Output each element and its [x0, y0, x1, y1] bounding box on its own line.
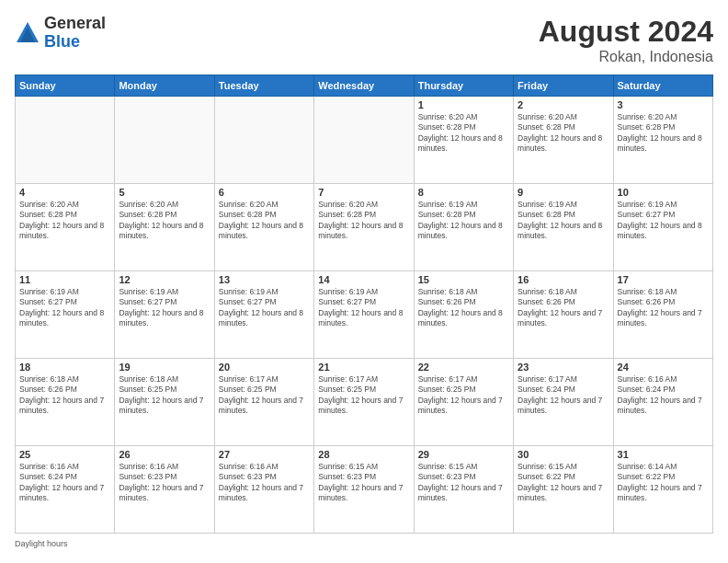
day-number: 5 — [119, 187, 210, 198]
day-number: 27 — [219, 449, 310, 460]
calendar-cell: 15Sunrise: 6:18 AMSunset: 6:26 PMDayligh… — [414, 271, 513, 359]
day-info: Sunrise: 6:19 AMSunset: 6:27 PMDaylight:… — [119, 287, 210, 329]
calendar-cell: 26Sunrise: 6:16 AMSunset: 6:23 PMDayligh… — [115, 446, 214, 534]
calendar-cell: 3Sunrise: 6:20 AMSunset: 6:28 PMDaylight… — [613, 97, 712, 184]
day-info: Sunrise: 6:20 AMSunset: 6:28 PMDaylight:… — [219, 200, 310, 242]
day-number: 23 — [518, 362, 609, 373]
calendar-cell: 24Sunrise: 6:16 AMSunset: 6:24 PMDayligh… — [613, 359, 712, 446]
calendar-cell: 12Sunrise: 6:19 AMSunset: 6:27 PMDayligh… — [115, 271, 214, 359]
week-row-2: 4Sunrise: 6:20 AMSunset: 6:28 PMDaylight… — [16, 184, 713, 271]
legend: Daylight hours — [15, 539, 713, 548]
logo-general-text: General — [44, 15, 106, 33]
day-number: 15 — [418, 274, 509, 285]
day-info: Sunrise: 6:18 AMSunset: 6:25 PMDaylight:… — [119, 374, 210, 417]
day-number: 7 — [318, 187, 409, 198]
day-info: Sunrise: 6:20 AMSunset: 6:28 PMDaylight:… — [119, 200, 210, 242]
weekday-header-tuesday: Tuesday — [214, 75, 313, 97]
day-info: Sunrise: 6:20 AMSunset: 6:28 PMDaylight:… — [618, 112, 709, 155]
day-info: Sunrise: 6:17 AMSunset: 6:25 PMDaylight:… — [318, 374, 409, 417]
day-info: Sunrise: 6:19 AMSunset: 6:27 PMDaylight:… — [318, 287, 409, 329]
calendar-cell: 21Sunrise: 6:17 AMSunset: 6:25 PMDayligh… — [314, 359, 414, 446]
calendar-cell: 6Sunrise: 6:20 AMSunset: 6:28 PMDaylight… — [214, 184, 313, 271]
day-info: Sunrise: 6:19 AMSunset: 6:28 PMDaylight:… — [418, 200, 509, 242]
week-row-3: 11Sunrise: 6:19 AMSunset: 6:27 PMDayligh… — [16, 271, 713, 359]
header: General Blue August 2024 Rokan, Indonesi… — [15, 15, 713, 65]
day-number: 24 — [618, 362, 709, 373]
day-number: 20 — [219, 362, 310, 373]
day-info: Sunrise: 6:16 AMSunset: 6:23 PMDaylight:… — [219, 462, 310, 504]
day-number: 19 — [119, 362, 210, 373]
day-info: Sunrise: 6:19 AMSunset: 6:27 PMDaylight:… — [19, 287, 110, 329]
calendar-cell: 20Sunrise: 6:17 AMSunset: 6:25 PMDayligh… — [214, 359, 313, 446]
day-number: 14 — [318, 274, 409, 285]
day-number: 29 — [418, 449, 509, 460]
calendar-cell: 13Sunrise: 6:19 AMSunset: 6:27 PMDayligh… — [214, 271, 313, 359]
day-info: Sunrise: 6:16 AMSunset: 6:24 PMDaylight:… — [618, 374, 709, 417]
calendar-cell: 28Sunrise: 6:15 AMSunset: 6:23 PMDayligh… — [314, 446, 414, 534]
day-number: 6 — [219, 187, 310, 198]
calendar-cell: 14Sunrise: 6:19 AMSunset: 6:27 PMDayligh… — [314, 271, 414, 359]
calendar-cell: 23Sunrise: 6:17 AMSunset: 6:24 PMDayligh… — [514, 359, 613, 446]
week-row-1: 1Sunrise: 6:20 AMSunset: 6:28 PMDaylight… — [16, 97, 713, 184]
day-number: 21 — [318, 362, 409, 373]
weekday-header-wednesday: Wednesday — [314, 75, 414, 97]
calendar-cell: 18Sunrise: 6:18 AMSunset: 6:26 PMDayligh… — [16, 359, 115, 446]
calendar-cell — [214, 97, 313, 184]
day-number: 12 — [119, 274, 210, 285]
day-info: Sunrise: 6:15 AMSunset: 6:22 PMDaylight:… — [518, 462, 609, 504]
calendar-cell: 30Sunrise: 6:15 AMSunset: 6:22 PMDayligh… — [514, 446, 613, 534]
day-number: 17 — [618, 274, 709, 285]
day-number: 3 — [618, 99, 709, 110]
day-info: Sunrise: 6:17 AMSunset: 6:25 PMDaylight:… — [418, 374, 509, 417]
day-number: 25 — [19, 449, 110, 460]
day-info: Sunrise: 6:14 AMSunset: 6:22 PMDaylight:… — [618, 462, 709, 504]
day-number: 26 — [119, 449, 210, 460]
calendar-cell: 4Sunrise: 6:20 AMSunset: 6:28 PMDaylight… — [16, 184, 115, 271]
calendar-cell: 5Sunrise: 6:20 AMSunset: 6:28 PMDaylight… — [115, 184, 214, 271]
calendar-cell — [115, 97, 214, 184]
calendar-cell: 8Sunrise: 6:19 AMSunset: 6:28 PMDaylight… — [414, 184, 513, 271]
weekday-header-sunday: Sunday — [16, 75, 115, 97]
week-row-5: 25Sunrise: 6:16 AMSunset: 6:24 PMDayligh… — [16, 446, 713, 534]
calendar-cell: 10Sunrise: 6:19 AMSunset: 6:27 PMDayligh… — [613, 184, 712, 271]
logo-icon — [15, 20, 40, 46]
day-info: Sunrise: 6:18 AMSunset: 6:26 PMDaylight:… — [518, 287, 609, 329]
day-number: 28 — [318, 449, 409, 460]
day-info: Sunrise: 6:18 AMSunset: 6:26 PMDaylight:… — [618, 287, 709, 329]
day-number: 11 — [19, 274, 110, 285]
week-row-4: 18Sunrise: 6:18 AMSunset: 6:26 PMDayligh… — [16, 359, 713, 446]
day-info: Sunrise: 6:20 AMSunset: 6:28 PMDaylight:… — [418, 112, 509, 155]
logo-text: General Blue — [44, 15, 106, 52]
weekday-header-thursday: Thursday — [414, 75, 513, 97]
calendar-table: SundayMondayTuesdayWednesdayThursdayFrid… — [15, 75, 713, 534]
calendar-cell: 11Sunrise: 6:19 AMSunset: 6:27 PMDayligh… — [16, 271, 115, 359]
weekday-header-row: SundayMondayTuesdayWednesdayThursdayFrid… — [16, 75, 713, 97]
day-info: Sunrise: 6:16 AMSunset: 6:23 PMDaylight:… — [119, 462, 210, 504]
day-info: Sunrise: 6:17 AMSunset: 6:25 PMDaylight:… — [219, 374, 310, 417]
calendar-cell — [314, 97, 414, 184]
location-text: Rokan, Indonesia — [539, 49, 713, 65]
day-number: 4 — [19, 187, 110, 198]
day-info: Sunrise: 6:18 AMSunset: 6:26 PMDaylight:… — [418, 287, 509, 329]
day-number: 2 — [518, 99, 609, 110]
calendar-cell: 31Sunrise: 6:14 AMSunset: 6:22 PMDayligh… — [613, 446, 712, 534]
calendar-cell: 7Sunrise: 6:20 AMSunset: 6:28 PMDaylight… — [314, 184, 414, 271]
calendar-cell: 29Sunrise: 6:15 AMSunset: 6:23 PMDayligh… — [414, 446, 513, 534]
day-number: 22 — [418, 362, 509, 373]
calendar-cell: 25Sunrise: 6:16 AMSunset: 6:24 PMDayligh… — [16, 446, 115, 534]
day-number: 16 — [518, 274, 609, 285]
day-info: Sunrise: 6:20 AMSunset: 6:28 PMDaylight:… — [19, 200, 110, 242]
day-number: 10 — [618, 187, 709, 198]
day-number: 30 — [518, 449, 609, 460]
page: General Blue August 2024 Rokan, Indonesi… — [0, 0, 728, 563]
calendar-cell: 22Sunrise: 6:17 AMSunset: 6:25 PMDayligh… — [414, 359, 513, 446]
weekday-header-saturday: Saturday — [613, 75, 712, 97]
day-number: 8 — [418, 187, 509, 198]
calendar-cell: 1Sunrise: 6:20 AMSunset: 6:28 PMDaylight… — [414, 97, 513, 184]
calendar-cell: 19Sunrise: 6:18 AMSunset: 6:25 PMDayligh… — [115, 359, 214, 446]
day-number: 9 — [518, 187, 609, 198]
day-info: Sunrise: 6:15 AMSunset: 6:23 PMDaylight:… — [318, 462, 409, 504]
day-info: Sunrise: 6:15 AMSunset: 6:23 PMDaylight:… — [418, 462, 509, 504]
calendar-cell: 16Sunrise: 6:18 AMSunset: 6:26 PMDayligh… — [514, 271, 613, 359]
day-info: Sunrise: 6:20 AMSunset: 6:28 PMDaylight:… — [518, 112, 609, 155]
